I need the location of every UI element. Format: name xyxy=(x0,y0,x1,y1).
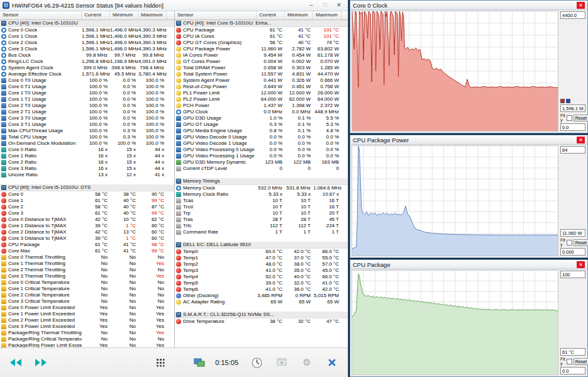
sensor-row[interactable]: Uncore Ratio13 x12 x41 x xyxy=(0,172,174,178)
layout-grid-button[interactable] xyxy=(148,353,172,372)
sensor-row[interactable]: Core 1 Clock1,596.1 MHz1,496.0 MHz4,390.… xyxy=(0,33,174,40)
sensor-row[interactable]: Core 1 T0 Usage100.0 %0.0 %100.0 % xyxy=(0,90,174,96)
sensor-row[interactable]: Core 0 Distance to TjMAX42 °C10 °C62 °C xyxy=(0,217,174,223)
sensor-row[interactable]: GPU Video Decode 0 Usage0.0 %0.0 %0.0 % xyxy=(175,134,348,140)
sensor-row[interactable]: CPU GT Cores (Graphics)56 °C40 °C74 °C xyxy=(175,40,348,46)
sensor-row[interactable]: Core 161 °C40 °C99 °C xyxy=(0,198,174,204)
sensor-row[interactable]: Core 1 Ratio16 x15 x44 x xyxy=(0,153,174,159)
minimize-button[interactable]: – xyxy=(305,1,318,9)
sensor-row[interactable]: Core 2 T1 Usage100.0 %0.0 %100.0 % xyxy=(0,109,174,115)
sensor-row[interactable]: Current cTDP Level000 xyxy=(175,166,348,172)
sensor-row[interactable]: GPU D3D Memory Dynamic123 MB122 MB163 MB xyxy=(175,159,348,166)
sensor-row[interactable]: Package/Ring Thermal ThrottlingNoNoYes xyxy=(0,330,174,336)
sensor-row[interactable]: Core 3 T0 Usage100.0 %0.0 %100.0 % xyxy=(0,115,174,121)
sensor-row[interactable]: GPU GT Usage0.3 %0.1 %5.3 % xyxy=(175,121,348,128)
sensor-row[interactable]: Core 3 Power Limit ExceededYesNoYes xyxy=(0,324,174,330)
sensor-row[interactable]: Core 0 T1 Usage100.0 %0.0 %100.0 % xyxy=(0,84,174,90)
close-button[interactable]: ✕ xyxy=(333,1,345,9)
sensor-row[interactable]: Drive Temperature38 °C32 °C47 °C xyxy=(175,318,348,325)
close-icon[interactable]: ✕ xyxy=(577,137,585,143)
sensor-row[interactable]: Core 1 Critical TemperatureNoNoNo xyxy=(0,286,174,292)
sensor-row[interactable]: Ring/LLC Clock1,296.8 MHz1,196.9 MHz4,09… xyxy=(0,59,174,65)
sensor-row[interactable]: Core 1 T1 Usage100.0 %0.0 %100.0 % xyxy=(0,96,174,103)
sensor-row[interactable]: Core 1 Power Limit ExceededYesNoYes xyxy=(0,311,174,317)
y-min-input[interactable] xyxy=(560,123,585,131)
sensor-row[interactable]: Core 2 Distance to TjMAX42 °C13 °C60 °C xyxy=(0,229,174,235)
sensor-row[interactable]: GPU Video Processing 0 Usage0.0 %0.0 %0.… xyxy=(175,147,348,153)
sensor-row[interactable]: On-Demand Clock Modulation100.0 %100.0 %… xyxy=(0,140,174,147)
column-current[interactable]: Current xyxy=(257,11,285,20)
fit-y-checkbox[interactable] xyxy=(567,359,572,364)
sensor-row[interactable]: Core 0 Clock1,596.1 MHz1,496.0 MHz4,390.… xyxy=(0,27,174,33)
sensor-row[interactable]: Average Effective Clock1,571.6 MHz45.5 M… xyxy=(0,71,174,77)
sensor-row[interactable]: GPU D3D Usage1.0 %0.1 %5.5 % xyxy=(175,115,348,121)
sensor-row[interactable]: Bus Clock99.8 MHz99.7 MHz99.8 MHz xyxy=(0,52,174,59)
sensor-row[interactable]: Core 2 Power Limit ExceededYesNoYes xyxy=(0,317,174,324)
sensor-row[interactable]: Temp147.0 °C37.0 °C55.0 °C xyxy=(175,255,348,261)
sensor-row[interactable]: System Agent Clock399.0 MHz398.9 MHz798.… xyxy=(0,65,174,71)
column-maximum[interactable]: Maximum xyxy=(138,11,167,20)
sensor-row[interactable]: Core 0 Ratio16 x15 x44 x xyxy=(0,147,174,153)
sensor-row[interactable]: Temp341.0 °C35.0 °C45.0 °C xyxy=(175,267,348,274)
y-min-input[interactable] xyxy=(560,248,585,256)
reset-button[interactable]: Reset xyxy=(574,115,588,121)
column-sensor[interactable]: Sensor xyxy=(0,11,82,20)
titlebar[interactable]: HWiNFO64 v6.29-4215 Sensor Status [94 va… xyxy=(0,0,348,11)
settings-button[interactable]: ⚙ xyxy=(295,353,319,372)
sensor-row[interactable]: Temp641.0 °C36.0 °C42.0 °C xyxy=(175,286,348,293)
sensor-row[interactable]: Core 3 Ratio16 x15 x44 x xyxy=(0,166,174,172)
close-icon[interactable]: ✕ xyxy=(577,2,585,9)
sensor-row[interactable]: Temp060.0 °C42.0 °C86.0 °C xyxy=(175,249,348,255)
sensor-row[interactable]: Temp539.0 °C32.0 °C41.0 °C xyxy=(175,280,348,286)
sensor-row[interactable]: Rest-of-Chip Power0.649 W0.451 W0.758 W xyxy=(175,84,348,90)
sensor-row[interactable]: GPU Clock0.0 MHz0.0 MHz448.9 MHz xyxy=(175,109,348,115)
sensor-row[interactable]: GPU Media Engine Usage0.8 %0.1 %4.8 % xyxy=(175,128,348,134)
sensor-group-row[interactable]: CPU [#0]: Intel Core i5-10310U: Enha... xyxy=(175,20,348,27)
sensor-row[interactable]: AC Adapter Rating65 W65 W65 W xyxy=(175,299,348,305)
sensor-row[interactable]: Core 0 Power Limit ExceededYesNoYes xyxy=(0,305,174,311)
clock-button[interactable] xyxy=(245,353,269,372)
y-min-input[interactable] xyxy=(560,367,585,374)
sensor-row[interactable]: IA Cores Power9.454 W0.454 W61.178 W xyxy=(175,52,348,59)
sensor-row[interactable]: Core 2 Critical TemperatureNoNoNo xyxy=(0,292,174,298)
sensor-row[interactable]: CPU Package61 °C41 °C98 °C xyxy=(0,242,174,248)
sensor-row[interactable]: Core 361 °C40 °C99 °C xyxy=(0,210,174,217)
sensor-row[interactable]: Package/Ring Power Limit ExceededYesNoYe… xyxy=(0,342,174,347)
sensor-group-row[interactable]: Memory Timings xyxy=(175,178,348,185)
sensor-row[interactable]: Memory Clock532.0 MHz531.8 MHz1,064.6 MH… xyxy=(175,185,348,191)
sensor-row[interactable]: Max CPU/Thread Usage100.0 %0.3 %100.0 % xyxy=(0,128,174,134)
reset-button[interactable]: Reset xyxy=(574,358,588,365)
column-minimum[interactable]: Minimum xyxy=(110,11,138,20)
reset-button[interactable]: Reset xyxy=(574,239,588,246)
sensor-row[interactable]: Core 2 Thermal ThrottlingNoNoNo xyxy=(0,267,174,273)
sensor-row[interactable]: Other (Docking)3,485 RPM0 RPM5,015 RPM xyxy=(175,293,348,299)
sensor-group-row[interactable]: CPU [#0]: Intel Core i5-10310U xyxy=(0,20,174,27)
sensor-row[interactable]: Core 0 T0 Usage100.0 %0.0 %100.0 % xyxy=(0,77,174,84)
y-max-input[interactable] xyxy=(560,11,585,19)
y-max-input[interactable] xyxy=(560,271,585,278)
sensor-row[interactable]: Core 3 Critical TemperatureNoNoNo xyxy=(0,298,174,305)
history-back-button[interactable] xyxy=(4,353,28,372)
sensor-row[interactable]: GT Cores Power0.004 W0.002 W0.070 W xyxy=(175,59,348,65)
column-sensor[interactable]: Sensor xyxy=(175,11,257,20)
sensor-row[interactable]: Core 258 °C40 °C87 °C xyxy=(0,204,174,210)
sensor-row[interactable]: Core 3 T1 Usage100.0 %0.0 %100.0 % xyxy=(0,121,174,128)
sensor-row[interactable]: PL2 Power Limit64.000 W62.000 W64.000 W xyxy=(175,96,348,103)
sensor-row[interactable]: Tcas10 T10 T16 T xyxy=(175,198,348,204)
column-minimum[interactable]: Minimum xyxy=(285,11,313,20)
graph-titlebar[interactable]: CPU Package Power ✕ xyxy=(350,135,587,145)
graph-titlebar[interactable]: Core 0 Clock ✕ xyxy=(350,1,587,10)
sensor-row[interactable]: PL1 Power Limit12.000 W12.000 W26.000 W xyxy=(175,90,348,96)
sensor-row[interactable]: Tras28 T28 T45 T xyxy=(175,217,348,223)
monitoring-windows-button[interactable] xyxy=(187,353,211,372)
graph-titlebar[interactable]: CPU Package ✕ xyxy=(350,260,587,269)
sensor-row[interactable]: GPU Video Decode 1 Usage0.0 %0.0 %0.0 % xyxy=(175,140,348,147)
sensor-group-row[interactable]: DELL EC: DELL Latitude 9510 xyxy=(175,242,348,249)
sensor-row[interactable]: Core 2 Clock1,596.1 MHz1,496.0 MHz4,390.… xyxy=(0,40,174,46)
close-icon[interactable]: ✕ xyxy=(577,261,585,268)
sensor-row[interactable]: Trp10 T10 T20 T xyxy=(175,210,348,217)
sensor-row[interactable]: Memory Clock Ratio5.33 x5.33 x10.67 x xyxy=(175,191,348,198)
sensor-row[interactable]: CPU Package61 °C41 °C101 °C xyxy=(175,27,348,33)
column-current[interactable]: Current xyxy=(82,11,110,20)
sensor-row[interactable]: GPU Video Processing 1 Usage0.0 %0.0 %0.… xyxy=(175,153,348,159)
